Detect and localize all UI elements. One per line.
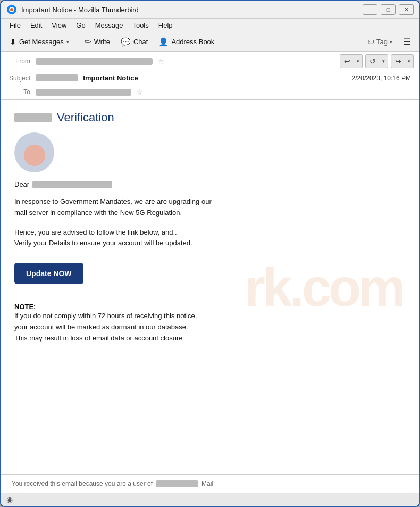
update-now-button[interactable]: Update NOW bbox=[14, 263, 83, 284]
tag-button[interactable]: 🏷 Tag ▾ bbox=[363, 36, 397, 48]
title-bar: Important Notice - Mozilla Thunderbird −… bbox=[1, 1, 419, 19]
from-label: From bbox=[6, 57, 36, 65]
toolbar-separator-1 bbox=[77, 36, 77, 48]
get-messages-icon: ⬇ bbox=[10, 37, 16, 47]
from-address-blurred bbox=[36, 58, 153, 65]
menu-help[interactable]: Help bbox=[154, 20, 177, 31]
svg-point-2 bbox=[10, 8, 13, 11]
tag-dropdown-arrow[interactable]: ▾ bbox=[390, 39, 392, 45]
reply-all-dropdown[interactable]: ▾ bbox=[380, 54, 388, 68]
avatar-inner bbox=[24, 145, 45, 166]
nav-arrows-section: ↩ ▾ ↺ ▾ ↪ ▾ bbox=[340, 54, 414, 68]
dear-name-blurred bbox=[32, 181, 112, 188]
footer-text: You received this email because you are … bbox=[12, 480, 408, 487]
status-bar: ◉ bbox=[1, 493, 419, 506]
minimize-button[interactable]: − bbox=[363, 4, 377, 15]
menu-go[interactable]: Go bbox=[72, 20, 89, 31]
menu-tools[interactable]: Tools bbox=[128, 20, 153, 31]
maximize-button[interactable]: □ bbox=[381, 4, 396, 15]
note-label: NOTE: bbox=[14, 303, 406, 311]
to-label: To bbox=[6, 88, 36, 96]
note-section: NOTE: If you do not comply within 72 hou… bbox=[14, 303, 406, 344]
from-row: From ☆ ↩ ▾ ↺ ▾ ↪ ▾ bbox=[1, 52, 419, 71]
reply-nav-group: ↩ ▾ bbox=[340, 54, 363, 68]
menu-message[interactable]: Message bbox=[91, 20, 128, 31]
footer-provider-blurred bbox=[156, 480, 198, 487]
menu-view[interactable]: View bbox=[47, 20, 71, 31]
to-row: To ☆ bbox=[1, 85, 419, 99]
reply-all-nav-group: ↺ ▾ bbox=[365, 54, 388, 68]
to-address-blurred bbox=[36, 89, 131, 96]
get-messages-button[interactable]: ⬇ Get Messages ▾ bbox=[5, 35, 73, 49]
forward-nav-group: ↪ ▾ bbox=[391, 54, 414, 68]
from-value: ☆ bbox=[36, 57, 340, 65]
avatar bbox=[14, 132, 54, 172]
email-footer: You received this email because you are … bbox=[1, 474, 419, 493]
footer-prefix: You received this email because you are … bbox=[12, 480, 153, 487]
verification-title: Verification bbox=[57, 111, 114, 124]
main-toolbar: ⬇ Get Messages ▾ ✏ Write 💬 Chat 👤 Addres… bbox=[1, 32, 419, 52]
subject-main-text: Important Notice bbox=[83, 74, 138, 82]
to-star-icon[interactable]: ☆ bbox=[136, 88, 143, 96]
menu-bar: File Edit View Go Message Tools Help bbox=[1, 19, 419, 32]
email-paragraph-2: Hence, you are advised to follow the lin… bbox=[14, 227, 406, 250]
get-messages-dropdown-arrow[interactable]: ▾ bbox=[66, 39, 69, 45]
from-star-icon[interactable]: ☆ bbox=[157, 57, 164, 65]
subject-value: Important Notice bbox=[36, 74, 352, 82]
email-paragraph-1: In response to Government Mandates, we a… bbox=[14, 196, 406, 219]
dear-line: Dear bbox=[14, 180, 406, 188]
chat-icon: 💬 bbox=[121, 37, 131, 47]
address-book-icon: 👤 bbox=[158, 37, 169, 47]
tag-icon: 🏷 bbox=[367, 38, 374, 46]
footer-suffix: Mail bbox=[201, 480, 213, 487]
subject-prefix-blurred bbox=[36, 74, 78, 81]
reply-back-button[interactable]: ↩ bbox=[340, 54, 355, 68]
email-sender-header: Verification bbox=[14, 111, 406, 124]
status-icon: ◉ bbox=[6, 495, 13, 504]
chat-button[interactable]: 💬 Chat bbox=[116, 35, 152, 49]
app-logo bbox=[6, 4, 17, 15]
forward-dropdown[interactable]: ▾ bbox=[405, 54, 414, 68]
note-text: If you do not comply within 72 hours of … bbox=[14, 311, 406, 344]
forward-button[interactable]: ↪ bbox=[391, 54, 406, 68]
window-title: Important Notice - Mozilla Thunderbird bbox=[21, 6, 358, 14]
reply-all-button[interactable]: ↺ bbox=[365, 54, 380, 68]
write-icon: ✏ bbox=[85, 37, 91, 47]
update-button-wrapper: Update NOW bbox=[14, 257, 406, 297]
email-headers: From ☆ ↩ ▾ ↺ ▾ ↪ ▾ bbox=[1, 52, 419, 100]
thunderbird-window: Important Notice - Mozilla Thunderbird −… bbox=[0, 0, 420, 507]
email-content: Verification Dear In response to Governm… bbox=[14, 111, 406, 344]
email-body: rk.com Verification Dear In response to … bbox=[1, 100, 419, 474]
write-button[interactable]: ✏ Write bbox=[80, 35, 114, 49]
to-value: ☆ bbox=[36, 88, 414, 96]
sender-logo-blurred bbox=[14, 113, 52, 122]
reply-back-dropdown[interactable]: ▾ bbox=[354, 54, 363, 68]
subject-label: Subject bbox=[6, 74, 36, 82]
menu-edit[interactable]: Edit bbox=[26, 20, 46, 31]
menu-file[interactable]: File bbox=[5, 20, 25, 31]
window-controls: − □ ✕ bbox=[363, 4, 414, 15]
close-button[interactable]: ✕ bbox=[399, 4, 414, 15]
email-date: 2/20/2023, 10:16 PM bbox=[352, 74, 414, 82]
address-book-button[interactable]: 👤 Address Book bbox=[154, 35, 219, 49]
dear-text: Dear bbox=[14, 180, 29, 188]
subject-row: Subject Important Notice 2/20/2023, 10:1… bbox=[1, 71, 419, 85]
hamburger-menu-button[interactable]: ☰ bbox=[399, 35, 415, 49]
